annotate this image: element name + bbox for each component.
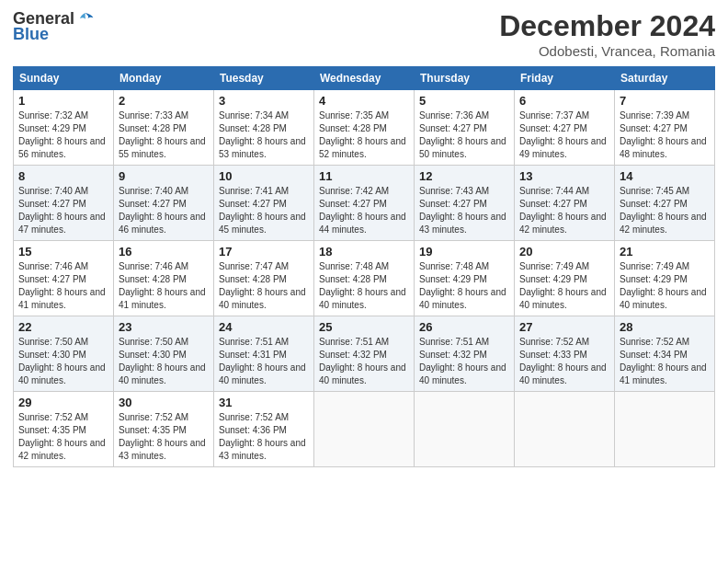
day-info: Sunrise: 7:51 AMSunset: 4:32 PMDaylight:… <box>319 337 406 385</box>
day-number: 2 <box>119 94 209 108</box>
calendar-cell: 25 Sunrise: 7:51 AMSunset: 4:32 PMDaylig… <box>314 316 415 392</box>
logo: General Blue <box>13 9 95 44</box>
day-number: 4 <box>319 94 409 108</box>
calendar-cell <box>314 392 415 467</box>
calendar-week-row: 22 Sunrise: 7:50 AMSunset: 4:30 PMDaylig… <box>14 316 715 392</box>
calendar-week-row: 1 Sunrise: 7:32 AMSunset: 4:29 PMDayligh… <box>14 90 715 166</box>
calendar-header-row: SundayMondayTuesdayWednesdayThursdayFrid… <box>14 67 715 90</box>
calendar-cell: 13 Sunrise: 7:44 AMSunset: 4:27 PMDaylig… <box>515 166 615 241</box>
day-info: Sunrise: 7:50 AMSunset: 4:30 PMDaylight:… <box>119 337 206 385</box>
calendar-cell: 5 Sunrise: 7:36 AMSunset: 4:27 PMDayligh… <box>415 90 515 166</box>
calendar-cell: 29 Sunrise: 7:52 AMSunset: 4:35 PMDaylig… <box>14 392 114 467</box>
day-info: Sunrise: 7:45 AMSunset: 4:27 PMDaylight:… <box>620 186 707 235</box>
calendar-cell: 20 Sunrise: 7:49 AMSunset: 4:29 PMDaylig… <box>515 241 615 316</box>
day-number: 1 <box>18 94 108 108</box>
calendar-cell <box>415 392 515 467</box>
logo-bird-icon <box>76 10 95 29</box>
calendar-day-header: Monday <box>114 67 214 90</box>
day-number: 9 <box>119 169 209 183</box>
day-number: 28 <box>620 320 710 334</box>
day-info: Sunrise: 7:37 AMSunset: 4:27 PMDaylight:… <box>519 110 607 159</box>
day-number: 6 <box>519 94 609 108</box>
month-title: December 2024 <box>499 9 715 43</box>
page-header: General Blue December 2024 Odobesti, Vra… <box>13 9 715 59</box>
day-number: 3 <box>219 94 309 108</box>
day-info: Sunrise: 7:52 AMSunset: 4:33 PMDaylight:… <box>519 337 607 385</box>
day-info: Sunrise: 7:52 AMSunset: 4:35 PMDaylight:… <box>119 412 206 461</box>
day-info: Sunrise: 7:47 AMSunset: 4:28 PMDaylight:… <box>219 261 306 310</box>
day-number: 29 <box>18 396 108 409</box>
calendar-week-row: 15 Sunrise: 7:46 AMSunset: 4:27 PMDaylig… <box>14 241 715 316</box>
calendar-cell: 2 Sunrise: 7:33 AMSunset: 4:28 PMDayligh… <box>114 90 214 166</box>
calendar-cell: 23 Sunrise: 7:50 AMSunset: 4:30 PMDaylig… <box>114 316 214 392</box>
day-info: Sunrise: 7:50 AMSunset: 4:30 PMDaylight:… <box>18 337 106 385</box>
calendar-day-header: Wednesday <box>314 67 415 90</box>
calendar-cell: 14 Sunrise: 7:45 AMSunset: 4:27 PMDaylig… <box>615 166 715 241</box>
day-number: 18 <box>319 245 409 259</box>
day-number: 21 <box>620 245 710 259</box>
calendar-cell: 7 Sunrise: 7:39 AMSunset: 4:27 PMDayligh… <box>615 90 715 166</box>
day-number: 5 <box>419 94 509 108</box>
location: Odobesti, Vrancea, Romania <box>499 43 715 59</box>
day-number: 22 <box>18 320 108 334</box>
calendar-cell: 26 Sunrise: 7:51 AMSunset: 4:32 PMDaylig… <box>415 316 515 392</box>
day-number: 14 <box>620 169 710 183</box>
calendar-cell: 22 Sunrise: 7:50 AMSunset: 4:30 PMDaylig… <box>14 316 114 392</box>
day-info: Sunrise: 7:51 AMSunset: 4:31 PMDaylight:… <box>219 337 306 385</box>
day-info: Sunrise: 7:52 AMSunset: 4:34 PMDaylight:… <box>620 337 707 385</box>
day-info: Sunrise: 7:44 AMSunset: 4:27 PMDaylight:… <box>519 186 607 235</box>
calendar-cell: 1 Sunrise: 7:32 AMSunset: 4:29 PMDayligh… <box>14 90 114 166</box>
calendar-cell: 8 Sunrise: 7:40 AMSunset: 4:27 PMDayligh… <box>14 166 114 241</box>
day-info: Sunrise: 7:43 AMSunset: 4:27 PMDaylight:… <box>419 186 506 235</box>
calendar-day-header: Tuesday <box>214 67 314 90</box>
calendar-cell: 18 Sunrise: 7:48 AMSunset: 4:28 PMDaylig… <box>314 241 415 316</box>
day-number: 31 <box>219 396 309 409</box>
calendar-cell: 24 Sunrise: 7:51 AMSunset: 4:31 PMDaylig… <box>214 316 314 392</box>
day-number: 24 <box>219 320 309 334</box>
calendar-cell <box>615 392 715 467</box>
day-info: Sunrise: 7:46 AMSunset: 4:28 PMDaylight:… <box>119 261 206 310</box>
calendar-day-header: Thursday <box>415 67 515 90</box>
page-container: General Blue December 2024 Odobesti, Vra… <box>0 0 728 563</box>
day-info: Sunrise: 7:36 AMSunset: 4:27 PMDaylight:… <box>419 110 506 159</box>
day-info: Sunrise: 7:35 AMSunset: 4:28 PMDaylight:… <box>319 110 406 159</box>
day-number: 30 <box>119 396 209 409</box>
day-info: Sunrise: 7:48 AMSunset: 4:28 PMDaylight:… <box>319 261 406 310</box>
day-info: Sunrise: 7:48 AMSunset: 4:29 PMDaylight:… <box>419 261 506 310</box>
calendar-cell: 9 Sunrise: 7:40 AMSunset: 4:27 PMDayligh… <box>114 166 214 241</box>
calendar-cell: 21 Sunrise: 7:49 AMSunset: 4:29 PMDaylig… <box>615 241 715 316</box>
calendar-cell: 28 Sunrise: 7:52 AMSunset: 4:34 PMDaylig… <box>615 316 715 392</box>
calendar-week-row: 8 Sunrise: 7:40 AMSunset: 4:27 PMDayligh… <box>14 166 715 241</box>
day-number: 17 <box>219 245 309 259</box>
day-info: Sunrise: 7:52 AMSunset: 4:35 PMDaylight:… <box>18 412 106 461</box>
day-number: 12 <box>419 169 509 183</box>
calendar-cell: 27 Sunrise: 7:52 AMSunset: 4:33 PMDaylig… <box>515 316 615 392</box>
day-info: Sunrise: 7:39 AMSunset: 4:27 PMDaylight:… <box>620 110 707 159</box>
day-number: 25 <box>319 320 409 334</box>
calendar-cell: 4 Sunrise: 7:35 AMSunset: 4:28 PMDayligh… <box>314 90 415 166</box>
calendar-cell: 19 Sunrise: 7:48 AMSunset: 4:29 PMDaylig… <box>415 241 515 316</box>
day-info: Sunrise: 7:46 AMSunset: 4:27 PMDaylight:… <box>18 261 106 310</box>
day-number: 13 <box>519 169 609 183</box>
calendar-cell: 16 Sunrise: 7:46 AMSunset: 4:28 PMDaylig… <box>114 241 214 316</box>
title-section: December 2024 Odobesti, Vrancea, Romania <box>499 9 715 59</box>
day-info: Sunrise: 7:40 AMSunset: 4:27 PMDaylight:… <box>18 186 106 235</box>
calendar-cell: 15 Sunrise: 7:46 AMSunset: 4:27 PMDaylig… <box>14 241 114 316</box>
day-info: Sunrise: 7:32 AMSunset: 4:29 PMDaylight:… <box>18 110 106 159</box>
day-info: Sunrise: 7:49 AMSunset: 4:29 PMDaylight:… <box>519 261 607 310</box>
calendar-cell: 30 Sunrise: 7:52 AMSunset: 4:35 PMDaylig… <box>114 392 214 467</box>
calendar-cell: 12 Sunrise: 7:43 AMSunset: 4:27 PMDaylig… <box>415 166 515 241</box>
calendar-cell: 11 Sunrise: 7:42 AMSunset: 4:27 PMDaylig… <box>314 166 415 241</box>
day-info: Sunrise: 7:34 AMSunset: 4:28 PMDaylight:… <box>219 110 306 159</box>
day-number: 19 <box>419 245 509 259</box>
calendar-table: SundayMondayTuesdayWednesdayThursdayFrid… <box>13 66 715 467</box>
calendar-day-header: Sunday <box>14 67 114 90</box>
calendar-cell: 10 Sunrise: 7:41 AMSunset: 4:27 PMDaylig… <box>214 166 314 241</box>
day-info: Sunrise: 7:33 AMSunset: 4:28 PMDaylight:… <box>119 110 206 159</box>
day-number: 16 <box>119 245 209 259</box>
day-info: Sunrise: 7:41 AMSunset: 4:27 PMDaylight:… <box>219 186 306 235</box>
day-number: 26 <box>419 320 509 334</box>
day-number: 15 <box>18 245 108 259</box>
day-info: Sunrise: 7:42 AMSunset: 4:27 PMDaylight:… <box>319 186 406 235</box>
day-number: 10 <box>219 169 309 183</box>
